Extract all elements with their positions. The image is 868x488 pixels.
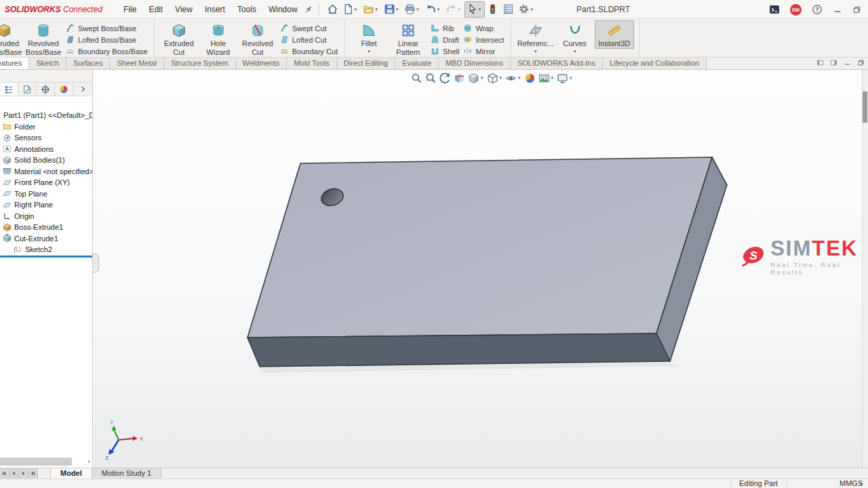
tab-mold-tools[interactable]: Mold Tools — [286, 58, 336, 69]
nav-first-button[interactable] — [0, 468, 9, 479]
ribbon-button-linear-pattern[interactable]: Linear Pattern▾ — [389, 20, 428, 58]
tree-item-front[interactable]: Front Plane (XY) — [0, 177, 92, 188]
tree-item-top[interactable]: Top Plane — [0, 188, 92, 200]
ribbon-button-swept-cut[interactable]: Swept Cut — [280, 24, 338, 33]
tab-sketch[interactable]: Sketch — [28, 58, 66, 69]
tab-structure-system[interactable]: Structure System — [163, 58, 235, 69]
chevron-down-icon[interactable]: ▾ — [458, 7, 460, 12]
scrollbar-thumb[interactable] — [0, 458, 72, 466]
chevron-down-icon[interactable]: ▾ — [375, 7, 378, 12]
ribbon-button-extruded-cut[interactable]: Extruded Cut — [159, 20, 199, 57]
menu-edit[interactable]: Edit — [142, 0, 169, 19]
document-properties-button[interactable] — [500, 1, 516, 18]
tree-item-sketch2[interactable]: Sketch2 — [0, 244, 92, 256]
part-top-face[interactable] — [248, 157, 712, 338]
restore-icon[interactable] — [852, 5, 861, 14]
chevron-down-icon[interactable]: ▾ — [368, 49, 370, 54]
tab-motion-study-1[interactable]: Motion Study 1 — [92, 468, 161, 479]
ribbon-button-revolved-boss-base[interactable]: Revolved Boss/Base — [24, 20, 63, 57]
ribbon-button-boundary-cut[interactable]: Boundary Cut — [280, 47, 338, 56]
ribbon-button-lofted-boss-base[interactable]: Lofted Boss/Base — [66, 35, 148, 44]
panel-horizontal-scrollbar[interactable]: › — [0, 456, 92, 467]
tree-item-boss-extrude1[interactable]: Boss-Extrude1 — [0, 222, 92, 233]
nav-next-button[interactable] — [19, 468, 28, 479]
nav-prev-button[interactable] — [9, 468, 19, 479]
tab-model[interactable]: Model — [50, 468, 92, 479]
user-avatar[interactable]: DM — [790, 4, 802, 16]
home-button[interactable] — [325, 1, 340, 18]
chevron-down-icon[interactable]: ▾ — [479, 7, 481, 12]
options-gear-button[interactable]: ▾ — [516, 1, 537, 18]
chevron-down-icon[interactable]: ▾ — [530, 7, 533, 12]
ribbon-button-shell[interactable]: Shell — [431, 47, 459, 56]
menu-file[interactable]: File — [117, 0, 142, 19]
ribbon-button-instant3d[interactable]: Instant3D — [595, 20, 634, 49]
panel-tab-configurations[interactable] — [37, 83, 55, 96]
tree-item-right[interactable]: Right Plane — [0, 199, 92, 211]
panel-tab-propertymanager[interactable] — [18, 83, 37, 96]
tree-item-material[interactable]: Material <not specified> — [0, 166, 92, 178]
tab-lifecycle-and-collaboration[interactable]: Lifecycle and Collaboration — [602, 58, 707, 69]
tree-item-solid[interactable]: Solid Bodies(1) — [0, 155, 92, 166]
doc-restore-icon[interactable] — [857, 59, 865, 66]
rollback-bar[interactable] — [0, 256, 92, 258]
menu-tools[interactable]: Tools — [231, 0, 262, 19]
ribbon-button-wrap[interactable]: Wrap — [463, 24, 504, 33]
save-button[interactable]: ▾ — [382, 1, 403, 18]
tab-weldments[interactable]: Weldments — [235, 58, 287, 69]
chevron-down-icon[interactable]: ▾ — [860, 479, 863, 488]
help-icon[interactable]: ? — [812, 4, 823, 15]
ribbon-button-mirror[interactable]: Mirror — [463, 47, 504, 56]
chevron-down-icon[interactable]: ▾ — [574, 49, 576, 54]
tree-item-annotations[interactable]: AAnnotations — [0, 144, 92, 155]
chevron-down-icon[interactable]: ▾ — [396, 7, 399, 12]
ribbon-button-fillet[interactable]: Fillet▾ — [349, 20, 389, 55]
scrollbar-thumb[interactable] — [863, 92, 867, 123]
ribbon-button-extruded-boss-base[interactable]: Extruded Boss/Base — [0, 20, 24, 57]
tree-item-cut-extrude1[interactable]: Cut-Extrude1 — [0, 233, 92, 245]
ribbon-button-intersect[interactable]: Intersect — [463, 35, 504, 44]
chevron-down-icon[interactable]: ▾ — [534, 49, 537, 54]
ribbon-button-boundary-boss-base[interactable]: Boundary Boss/Base — [66, 47, 148, 56]
doc-minimize-icon[interactable] — [844, 59, 851, 66]
graphics-viewport[interactable]: ▾▾▾▾▾ X Y Z S — [94, 70, 868, 468]
tab-evaluate[interactable]: Evaluate — [395, 58, 438, 69]
tree-item-folder[interactable]: Folder — [0, 121, 92, 133]
panel-tab-featuremanager[interactable] — [0, 83, 18, 96]
new-document-button[interactable]: ▾ — [340, 1, 361, 18]
minimize-icon[interactable] — [833, 5, 842, 14]
ribbon-button-draft[interactable]: Draft — [431, 35, 459, 44]
ribbon-button-referenc[interactable]: Referenc...▾ — [516, 20, 555, 55]
tree-item-origin[interactable]: Origin — [0, 211, 92, 222]
tree-item-sensors[interactable]: Sensors — [0, 132, 92, 144]
menu-view[interactable]: View — [169, 0, 199, 19]
ribbon-button-lofted-cut[interactable]: Lofted Cut — [280, 35, 338, 44]
pin-icon[interactable] — [304, 5, 313, 14]
tab-sheet-metal[interactable]: Sheet Metal — [109, 58, 163, 69]
ribbon-button-curves[interactable]: Curves▾ — [555, 20, 595, 55]
menu-window[interactable]: Window — [262, 0, 304, 19]
tab-solidworks-add-ins[interactable]: SOLIDWORKS Add-Ins — [510, 58, 602, 69]
open-button[interactable]: ▾ — [361, 1, 382, 18]
ribbon-button-hole-wizard[interactable]: Hole Wizard▾ — [199, 20, 238, 58]
pane-left-icon[interactable] — [816, 59, 824, 66]
chevron-right-icon[interactable]: › — [87, 457, 90, 465]
undo-button[interactable]: ▾ — [423, 1, 444, 18]
tab-surfaces[interactable]: Surfaces — [66, 58, 109, 69]
chevron-down-icon[interactable]: ▾ — [416, 7, 419, 12]
panel-tab-appearances[interactable] — [55, 83, 73, 96]
rebuild-traffic-light-button[interactable] — [485, 1, 500, 18]
chevron-down-icon[interactable]: ▾ — [355, 7, 357, 12]
pane-right-icon[interactable] — [830, 59, 837, 66]
part-front-face[interactable] — [248, 333, 670, 367]
viewport-vertical-scrollbar[interactable] — [862, 70, 868, 468]
panel-tab-expand[interactable] — [73, 83, 92, 96]
tab-mbd-dimensions[interactable]: MBD Dimensions — [438, 58, 510, 69]
ribbon-button-rib[interactable]: Rib — [431, 24, 459, 33]
menu-insert[interactable]: Insert — [199, 0, 231, 19]
nav-last-button[interactable] — [28, 468, 38, 479]
ribbon-button-swept-boss-base[interactable]: Swept Boss/Base — [66, 24, 148, 33]
print-button[interactable]: ▾ — [402, 1, 423, 18]
tab-direct-editing[interactable]: Direct Editing — [336, 58, 395, 69]
panel-splitter-handle[interactable] — [93, 253, 99, 272]
